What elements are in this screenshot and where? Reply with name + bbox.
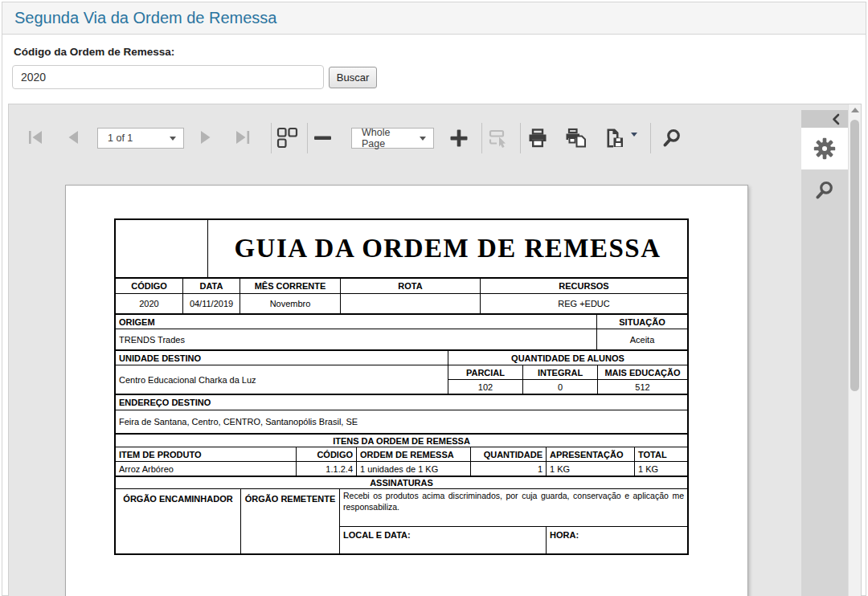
itens-section-title: ITENS DA ORDEM DE REMESSA bbox=[116, 435, 687, 447]
print-page-icon bbox=[565, 128, 587, 149]
value-endereco-destino: Feira de Santana, Centro, CENTRO, Santan… bbox=[116, 410, 687, 433]
highlight-editing-fields-button[interactable] bbox=[489, 129, 511, 149]
alunos-grid: PARCIAL INTEGRAL MAIS EDUCAÇÃO 102 0 512 bbox=[448, 365, 687, 394]
header-unidade-destino: UNIDADE DESTINO bbox=[116, 351, 448, 365]
zoom-selector-value: Whole Page bbox=[362, 127, 412, 149]
assinaturas-section-row: ASSINATURAS bbox=[116, 477, 687, 489]
header-origem: ORIGEM bbox=[116, 315, 597, 329]
header-mais-educacao: MAIS EDUCAÇÃO bbox=[598, 365, 687, 379]
viewer-side-panel bbox=[801, 110, 848, 596]
toolbar-separator bbox=[307, 123, 308, 153]
last-page-icon bbox=[234, 129, 252, 146]
unidade-header-row: UNIDADE DESTINO QUANTIDADE DE ALUNOS bbox=[116, 351, 687, 365]
report-document: GUIA DA ORDEM DE REMESSA CÓDIGO DATA MÊS… bbox=[114, 218, 689, 555]
search-toolbar-button[interactable] bbox=[661, 128, 682, 149]
itens-data-row: Arroz Arbóreo 1.1.2.4 1 unidades de 1 KG… bbox=[116, 462, 687, 477]
export-button[interactable] bbox=[604, 128, 624, 149]
value-data: 04/11/2019 bbox=[183, 294, 240, 313]
multipage-view-button[interactable] bbox=[276, 127, 299, 149]
origem-header-row: ORIGEM SITUAÇÃO bbox=[116, 315, 687, 329]
next-page-button[interactable] bbox=[198, 129, 214, 146]
print-page-button[interactable] bbox=[565, 128, 587, 149]
last-page-button[interactable] bbox=[234, 129, 252, 146]
value-situacao: Aceita bbox=[597, 329, 687, 349]
header-item-codigo: CÓDIGO bbox=[297, 447, 357, 461]
assinaturas-block: ÓRGÃO ENCAMINHADOR ÓRGÃO REMETENTE Receb… bbox=[116, 489, 687, 553]
zoom-out-button[interactable] bbox=[313, 136, 332, 141]
header-rota: ROTA bbox=[341, 279, 481, 293]
item-apresentacao: 1 KG bbox=[547, 462, 635, 476]
parameters-tab[interactable] bbox=[801, 128, 848, 169]
header-item-produto: ITEM DE PRODUTO bbox=[116, 447, 297, 461]
zoom-selector[interactable]: Whole Page bbox=[351, 128, 434, 149]
header-data: DATA bbox=[183, 279, 240, 293]
header-codigo: CÓDIGO bbox=[116, 279, 183, 293]
recebi-text: Recebi os produtos acima discriminados, … bbox=[340, 489, 687, 527]
header-ordem-remessa: ORDEM DE REMESSA bbox=[357, 447, 471, 461]
export-icon bbox=[604, 128, 624, 149]
itens-section-row: ITENS DA ORDEM DE REMESSA bbox=[116, 435, 687, 447]
highlight-editing-fields-icon bbox=[489, 129, 511, 149]
info-header-row: CÓDIGO DATA MÊS CORRENTE ROTA RECURSOS bbox=[116, 279, 687, 294]
zoom-out-icon bbox=[313, 136, 332, 141]
alunos-header-row: PARCIAL INTEGRAL MAIS EDUCAÇÃO bbox=[448, 365, 687, 380]
collapse-chevron-icon bbox=[829, 112, 842, 126]
origem-value-row: TRENDS Trades Aceita bbox=[116, 329, 687, 351]
scrollbar-up-arrow[interactable] bbox=[851, 108, 859, 112]
header-quantidade-alunos: QUANTIDADE DE ALUNOS bbox=[448, 351, 687, 365]
panel-collapse-button[interactable] bbox=[801, 110, 848, 128]
header-situacao: SITUAÇÃO bbox=[597, 315, 687, 329]
page-selector[interactable]: 1 of 1 bbox=[97, 128, 184, 149]
header-total: TOTAL bbox=[635, 447, 687, 461]
zoom-in-button[interactable] bbox=[449, 129, 469, 148]
first-page-button[interactable] bbox=[27, 129, 45, 146]
header-integral: INTEGRAL bbox=[523, 365, 598, 379]
page-header: Segunda Via da Ordem de Remessa bbox=[2, 2, 866, 35]
code-field-label: Código da Ordem de Remessa: bbox=[14, 46, 174, 58]
multipage-view-icon bbox=[276, 127, 299, 149]
report-title-row: GUIA DA ORDEM DE REMESSA bbox=[116, 220, 687, 279]
local-hora-row: LOCAL E DATA: HORA: bbox=[340, 527, 687, 553]
search-panel-tab[interactable] bbox=[801, 169, 848, 211]
header-hora: HORA: bbox=[547, 527, 687, 553]
assinaturas-section-title: ASSINATURAS bbox=[116, 477, 687, 488]
toolbar-separator bbox=[271, 123, 272, 153]
item-quantidade: 1 bbox=[471, 462, 547, 476]
value-rota bbox=[341, 294, 481, 313]
header-orgao-encaminhador: ÓRGÃO ENCAMINHADOR bbox=[116, 489, 241, 553]
first-page-icon bbox=[27, 129, 45, 146]
search-button[interactable]: Buscar bbox=[329, 67, 377, 88]
page-container: Segunda Via da Ordem de Remessa Código d… bbox=[2, 2, 866, 596]
scrollbar-thumb[interactable] bbox=[850, 120, 859, 391]
unidade-value-row: Centro Educacional Charka da Luz PARCIAL… bbox=[116, 365, 687, 395]
header-orgao-remetente: ÓRGÃO REMETENTE bbox=[241, 489, 340, 553]
vertical-scrollbar[interactable] bbox=[848, 104, 861, 596]
export-dropdown-caret-icon bbox=[631, 133, 637, 137]
gear-icon bbox=[813, 137, 836, 160]
document-page: GUIA DA ORDEM DE REMESSA CÓDIGO DATA MÊS… bbox=[65, 185, 748, 596]
print-button[interactable] bbox=[527, 128, 548, 149]
item-produto: Arroz Arbóreo bbox=[116, 462, 297, 476]
value-mais-educacao: 512 bbox=[598, 380, 687, 394]
alunos-value-row: 102 0 512 bbox=[448, 380, 687, 394]
item-total: 1 KG bbox=[635, 462, 687, 476]
header-parcial: PARCIAL bbox=[448, 365, 523, 379]
info-value-row: 2020 04/11/2019 Novembro REG +EDUC bbox=[116, 294, 687, 315]
item-codigo: 1.1.2.4 bbox=[297, 462, 357, 476]
code-input[interactable] bbox=[12, 65, 324, 89]
chevron-down-icon bbox=[420, 137, 426, 141]
previous-page-button[interactable] bbox=[65, 129, 81, 146]
item-ordem-remessa: 1 unidades de 1 KG bbox=[357, 462, 471, 476]
header-mes-corrente: MÊS CORRENTE bbox=[240, 279, 341, 293]
page-selector-value: 1 of 1 bbox=[108, 133, 133, 144]
value-recursos: REG +EDUC bbox=[481, 294, 687, 313]
value-codigo: 2020 bbox=[116, 294, 183, 313]
toolbar-separator bbox=[481, 123, 482, 153]
value-integral: 0 bbox=[523, 380, 598, 394]
value-unidade-destino: Centro Educacional Charka da Luz bbox=[116, 365, 448, 394]
search-icon bbox=[814, 180, 835, 201]
value-mes-corrente: Novembro bbox=[240, 294, 341, 313]
header-local-data: LOCAL E DATA: bbox=[340, 527, 547, 553]
itens-header-row: ITEM DE PRODUTO CÓDIGO ORDEM DE REMESSA … bbox=[116, 447, 687, 462]
header-apresentacao: APRESENTAÇÃO bbox=[547, 447, 635, 461]
